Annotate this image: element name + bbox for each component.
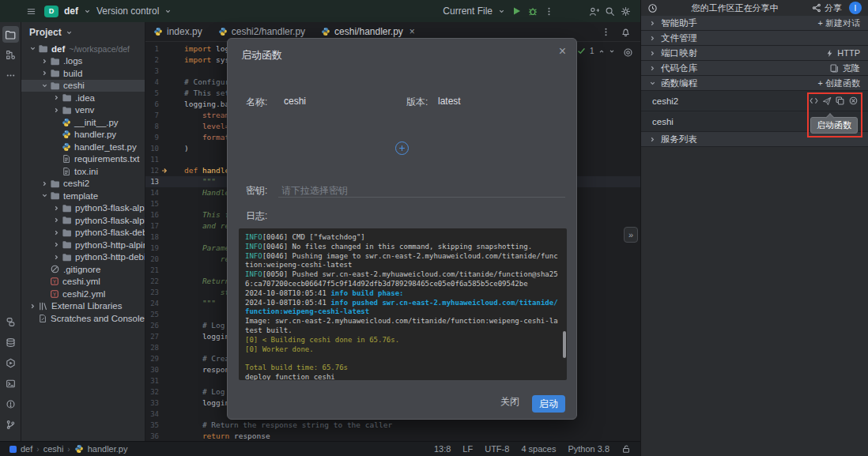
tool-button-structure[interactable] xyxy=(2,47,19,63)
editor-tab-index.py[interactable]: index.py xyxy=(145,22,210,41)
status-item[interactable]: UTF-8 xyxy=(485,444,509,454)
tree-chevron-icon[interactable] xyxy=(51,217,62,224)
run-config-selector[interactable]: Current File xyxy=(443,6,492,17)
run-icon[interactable] xyxy=(511,6,522,17)
log-scrollbar-thumb[interactable] xyxy=(563,331,566,358)
tree-chevron-icon[interactable] xyxy=(51,229,62,236)
tool-button-problems[interactable] xyxy=(2,396,19,413)
x-circle-icon[interactable] xyxy=(848,96,859,106)
log-output[interactable]: INFO[0046] CMD ["fwatchdog"]INFO[0046] N… xyxy=(239,228,567,380)
secret-select[interactable]: 请下拉选择密钥 xyxy=(281,184,348,198)
tree-chevron-icon[interactable] xyxy=(28,303,38,310)
breadcrumb-item[interactable]: ceshi xyxy=(43,444,64,454)
settings-gear-icon[interactable] xyxy=(621,6,631,17)
dialog-launch-button[interactable]: 启动 xyxy=(532,395,565,413)
panel-section-代码仓库[interactable]: 代码仓库克隆 xyxy=(641,61,868,76)
status-item[interactable]: 13:8 xyxy=(434,444,451,454)
tree-item-venv[interactable]: venv xyxy=(21,104,145,117)
search-icon[interactable] xyxy=(605,6,615,17)
status-item[interactable]: LF xyxy=(462,444,473,454)
add-secret-button[interactable] xyxy=(395,141,409,155)
function-item-ceshi2[interactable]: ceshi2 xyxy=(641,91,868,111)
tool-button-more-horiz[interactable] xyxy=(2,67,19,84)
tree-chevron-icon[interactable] xyxy=(51,241,62,248)
dialog-close-button[interactable]: 关闭 xyxy=(500,395,519,409)
activity-bar xyxy=(0,22,21,441)
unlock-icon[interactable] xyxy=(621,444,631,454)
debug-icon[interactable] xyxy=(527,6,538,17)
tree-item-handler.py[interactable]: handler.py xyxy=(21,129,145,141)
tool-button-services[interactable] xyxy=(2,355,19,371)
section-action[interactable]: + 新建对话 xyxy=(818,17,860,29)
more-actions-icon[interactable] xyxy=(544,6,554,17)
tree-item-Scratches and Consoles[interactable]: Scratches and Consoles xyxy=(21,312,145,325)
workspace-status-icon[interactable] xyxy=(647,3,658,13)
tree-chevron-icon[interactable] xyxy=(40,82,50,89)
tree-chevron-icon[interactable] xyxy=(51,107,62,114)
tab-options-icon[interactable] xyxy=(601,27,611,37)
share-button[interactable]: 分享 xyxy=(812,2,842,14)
main-toolbar: D def Version control Current File xyxy=(0,0,640,22)
tree-item-ceshi2[interactable]: ceshi2 xyxy=(21,178,145,190)
panel-section-服务列表[interactable]: 服务列表 xyxy=(641,132,868,147)
tree-chevron-icon[interactable] xyxy=(28,45,38,52)
vcs-widget[interactable]: Version control xyxy=(96,6,159,17)
breadcrumb-item[interactable]: handler.py xyxy=(88,444,128,454)
panel-section-端口映射[interactable]: 端口映射HTTP xyxy=(641,46,868,61)
panel-section-文件管理[interactable]: 文件管理 xyxy=(641,31,868,46)
tree-item-template[interactable]: template xyxy=(21,190,145,202)
tool-button-python-tool[interactable] xyxy=(2,314,19,330)
tree-item-ceshi2.yml[interactable]: Yceshi2.yml xyxy=(21,288,145,300)
tree-item-.gitignore[interactable]: .gitignore xyxy=(21,263,145,276)
section-action[interactable]: HTTP xyxy=(825,48,860,58)
code-tags-icon[interactable] xyxy=(809,96,819,106)
tree-chevron-icon[interactable] xyxy=(51,94,62,101)
tree-item-python3-http-alpine[interactable]: python3-http-alpine xyxy=(21,239,145,251)
tree-chevron-icon[interactable] xyxy=(40,180,50,187)
dialog-close-icon[interactable]: × xyxy=(559,44,566,58)
project-name-widget[interactable]: def xyxy=(64,6,78,17)
tree-item-requirements.txt[interactable]: requirements.txt xyxy=(21,153,145,166)
copy-icon[interactable] xyxy=(835,96,845,106)
tool-button-terminal[interactable] xyxy=(2,375,19,392)
tree-item-python3-flask-alpine[interactable]: python3-flask-alpine xyxy=(21,202,145,215)
tree-item-External Libraries[interactable]: External Libraries xyxy=(21,300,145,313)
tree-chevron-icon[interactable] xyxy=(51,254,62,261)
notifications-bell-icon[interactable] xyxy=(621,27,631,37)
tree-item-__init__.py[interactable]: __init__.py xyxy=(21,116,145,129)
status-item[interactable]: 4 spaces xyxy=(521,444,556,454)
tool-button-project-folder[interactable] xyxy=(2,26,19,43)
panel-section-函数编程[interactable]: 函数编程+ 创建函数 xyxy=(641,76,868,91)
avatar[interactable]: I xyxy=(849,2,862,14)
tree-item-build[interactable]: build xyxy=(21,67,145,80)
tree-chevron-icon[interactable] xyxy=(40,192,50,199)
tree-item-.logs[interactable]: .logs xyxy=(21,55,145,68)
tree-item-python3-flask-debian[interactable]: python3-flask-debian xyxy=(21,227,145,239)
tree-chevron-icon[interactable] xyxy=(40,58,50,65)
tree-item-ceshi.yml[interactable]: Yceshi.yml xyxy=(21,276,145,288)
breadcrumb-item[interactable]: def xyxy=(21,444,32,454)
tree-item-python3-flask-alpine-my[interactable]: python3-flask-alpine-my xyxy=(21,214,145,227)
paper-plane-icon[interactable] xyxy=(822,96,832,106)
tree-item-python3-http-debian[interactable]: python3-http-debian xyxy=(21,251,145,264)
tree-item-handler_test.py[interactable]: handler_test.py xyxy=(21,141,145,153)
project-panel-header[interactable]: Project xyxy=(21,22,145,43)
tool-button-branch[interactable] xyxy=(2,416,19,433)
code-text: str xyxy=(169,287,234,298)
tree-item-tox.ini[interactable]: tox.ini xyxy=(21,165,145,178)
section-action[interactable]: + 创建函数 xyxy=(818,77,860,89)
expand-panel-button[interactable]: » xyxy=(624,227,638,243)
main-menu-icon[interactable] xyxy=(26,6,36,17)
panel-section-智能助手[interactable]: 智能助手+ 新建对话 xyxy=(641,16,868,31)
tree-item-.idea[interactable]: .idea xyxy=(21,92,145,104)
tree-item-def[interactable]: def~/workspace/def xyxy=(21,43,145,55)
line-number: 17 xyxy=(145,220,159,232)
tree-item-ceshi[interactable]: ceshi xyxy=(21,80,145,92)
tool-button-database[interactable] xyxy=(2,334,19,351)
section-action[interactable]: 克隆 xyxy=(829,62,860,74)
tab-close-icon[interactable]: × xyxy=(409,26,415,37)
status-item[interactable]: Python 3.8 xyxy=(568,444,609,454)
code-with-me-icon[interactable] xyxy=(589,6,599,17)
tree-chevron-icon[interactable] xyxy=(40,70,50,77)
tree-chevron-icon[interactable] xyxy=(51,205,62,212)
